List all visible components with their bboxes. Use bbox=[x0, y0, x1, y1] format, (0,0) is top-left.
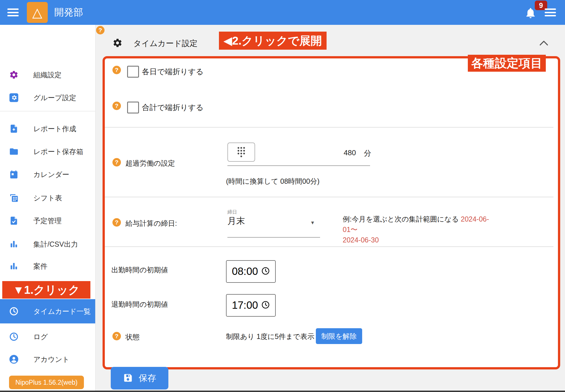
help-icon[interactable]: ? bbox=[112, 158, 121, 167]
status-text: 制限あり 1度に5件まで表示 bbox=[226, 332, 314, 341]
payday-select-caption: 締日 bbox=[227, 209, 237, 215]
payday-select[interactable]: 月末 bbox=[227, 215, 245, 227]
sidebar-item-csv-export[interactable]: 集計/CSV出力 bbox=[0, 236, 95, 253]
section-divider bbox=[105, 197, 553, 197]
person-icon bbox=[9, 354, 19, 364]
bar-chart-icon bbox=[9, 239, 19, 249]
annotation-step1: ▼1.クリック bbox=[2, 281, 90, 299]
overtime-label: 超過労働の設定 bbox=[125, 159, 175, 168]
sidebar-item-create-report[interactable]: レポート作成 bbox=[0, 120, 95, 137]
select-underline bbox=[227, 237, 320, 238]
annotation-step2: ◀2.クリックで展開 bbox=[219, 32, 327, 50]
help-icon[interactable]: ? bbox=[112, 218, 121, 227]
gear-square-icon bbox=[9, 93, 19, 102]
save-button[interactable]: 保存 bbox=[111, 367, 168, 389]
clock-icon[interactable] bbox=[261, 301, 270, 310]
sidebar-item-calendar[interactable]: カレンダー bbox=[0, 166, 95, 183]
sidebar-item-schedule[interactable]: 予定管理 bbox=[0, 212, 95, 229]
payday-example-end-date: 2024-06-30 bbox=[343, 236, 379, 244]
app-version-badge[interactable]: NipoPlus 1.56.2(web) bbox=[9, 376, 84, 389]
sidebar-item-timecard-list[interactable]: タイムカード一覧 bbox=[0, 299, 95, 323]
bar-chart-icon bbox=[9, 261, 19, 271]
help-icon[interactable]: ? bbox=[112, 332, 121, 340]
sidebar-item-label: タイムカード一覧 bbox=[33, 307, 91, 316]
clock-out-value: 17:00 bbox=[232, 299, 258, 311]
clock-in-value: 08:00 bbox=[232, 266, 258, 277]
sidebar-item-org-settings[interactable]: 組織設定 bbox=[0, 66, 95, 83]
round-total-checkbox[interactable] bbox=[127, 102, 139, 113]
round-daily-checkbox[interactable] bbox=[127, 66, 139, 78]
task-check-icon bbox=[9, 216, 19, 225]
sidebar-item-report-box[interactable]: レポート保存箱 bbox=[0, 143, 95, 160]
sidebar-item-label: レポート保存箱 bbox=[33, 147, 83, 156]
panel-title[interactable]: タイムカード設定 bbox=[133, 38, 197, 49]
sidebar-item-log[interactable]: ログ bbox=[0, 328, 95, 345]
save-floppy-icon bbox=[123, 373, 133, 384]
payday-example: 例:今月を選ぶと次の集計範囲になる 2024-06-01〜2024-06-30 bbox=[343, 214, 501, 245]
note-add-icon bbox=[9, 124, 19, 133]
section-divider bbox=[105, 127, 553, 128]
sidebar-item-label: グループ設定 bbox=[33, 93, 76, 102]
app-logo-button[interactable]: △ bbox=[27, 2, 48, 23]
input-underline bbox=[227, 165, 370, 166]
keypad-button[interactable] bbox=[227, 143, 255, 162]
section-divider bbox=[105, 246, 553, 247]
app-root: △ 開発部 9 組織設定 グループ設定 レポート作成 bbox=[0, 0, 565, 392]
calendar-icon bbox=[9, 170, 19, 179]
triangle-logo-icon: △ bbox=[32, 6, 42, 19]
clock-out-time-input[interactable]: 17:00 bbox=[226, 294, 276, 317]
annotation-settings-box: 各種設定項目 bbox=[468, 55, 546, 72]
sidebar-item-label: 集計/CSV出力 bbox=[33, 240, 78, 249]
sidebar-item-label: ログ bbox=[33, 332, 48, 341]
clock-in-time-input[interactable]: 08:00 bbox=[226, 260, 276, 283]
sidebar-item-label: シフト表 bbox=[33, 193, 62, 203]
sidebar-item-group-settings[interactable]: グループ設定 bbox=[0, 89, 95, 106]
top-app-bar: △ 開発部 9 bbox=[0, 0, 565, 25]
help-icon[interactable]: ? bbox=[96, 26, 105, 34]
caret-down-icon[interactable] bbox=[310, 220, 315, 226]
folder-icon bbox=[9, 147, 19, 156]
sidebar-item-label: 案件 bbox=[33, 262, 47, 271]
sidebar-item-account[interactable]: アカウント bbox=[0, 351, 95, 368]
sidebar-item-label: レポート作成 bbox=[33, 124, 76, 133]
round-daily-label: 各日で端折りする bbox=[142, 67, 204, 77]
save-button-label: 保存 bbox=[139, 372, 156, 384]
round-total-label: 合計で端折りする bbox=[142, 102, 204, 113]
clock-out-label: 退勤時間の初期値 bbox=[111, 300, 168, 309]
shift-table-icon bbox=[9, 193, 19, 203]
sidebar-item-label: アカウント bbox=[33, 355, 69, 364]
sidebar-divider bbox=[0, 111, 95, 111]
help-icon[interactable]: ? bbox=[112, 102, 121, 110]
clock-icon bbox=[9, 306, 19, 316]
overflow-hamburger-icon[interactable] bbox=[545, 8, 556, 16]
collapse-chevron-icon[interactable] bbox=[539, 41, 549, 47]
sidebar-item-label: 組織設定 bbox=[33, 70, 62, 80]
sidebar-item-label: 予定管理 bbox=[33, 216, 62, 225]
dialpad-icon bbox=[237, 146, 245, 158]
sidebar-item-shift-table[interactable]: シフト表 bbox=[0, 189, 95, 206]
clock-in-label: 出勤時間の初期値 bbox=[111, 265, 168, 275]
overtime-minutes-input[interactable]: 480 bbox=[336, 148, 356, 157]
payday-example-prefix: 例:今月を選ぶと次の集計範囲になる bbox=[343, 215, 461, 223]
sidebar-item-projects[interactable]: 案件 bbox=[0, 258, 95, 275]
remove-limit-button[interactable]: 制限を解除 bbox=[316, 328, 362, 344]
window-bottom-border bbox=[0, 391, 565, 392]
department-title: 開発部 bbox=[54, 0, 83, 25]
status-label: 状態 bbox=[125, 332, 140, 342]
payday-label: 給与計算の締日: bbox=[125, 219, 177, 228]
sidebar-item-label: カレンダー bbox=[33, 170, 69, 179]
menu-hamburger-icon[interactable] bbox=[7, 8, 19, 16]
overtime-caption: (時間に換算して 08時間00分) bbox=[226, 177, 320, 186]
help-icon[interactable]: ? bbox=[112, 66, 121, 74]
gear-icon bbox=[9, 70, 19, 80]
clock-icon bbox=[9, 332, 19, 341]
settings-gear-icon bbox=[112, 38, 123, 48]
clock-icon[interactable] bbox=[261, 267, 270, 276]
sidebar: 組織設定 グループ設定 レポート作成 レポート保存箱 カレンダー bbox=[0, 25, 95, 392]
overtime-unit: 分 bbox=[364, 148, 371, 158]
